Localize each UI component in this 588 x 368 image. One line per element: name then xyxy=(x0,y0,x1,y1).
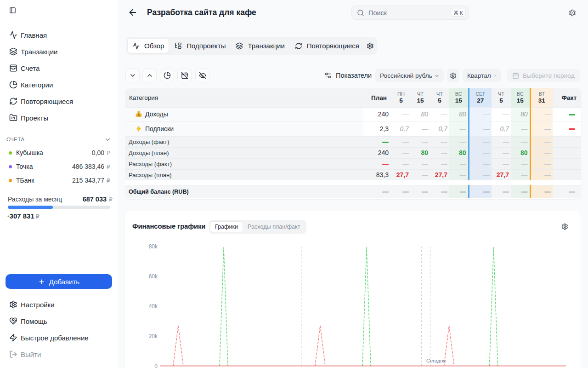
svg-text:0: 0 xyxy=(154,363,158,368)
svg-text:80k: 80k xyxy=(149,243,158,250)
svg-text:Сегодня: Сегодня xyxy=(426,358,446,363)
svg-text:20k: 20k xyxy=(149,333,158,339)
svg-text:60k: 60k xyxy=(149,273,158,280)
svg-text:40k: 40k xyxy=(149,303,158,310)
svg-text:$: $ xyxy=(138,113,140,117)
